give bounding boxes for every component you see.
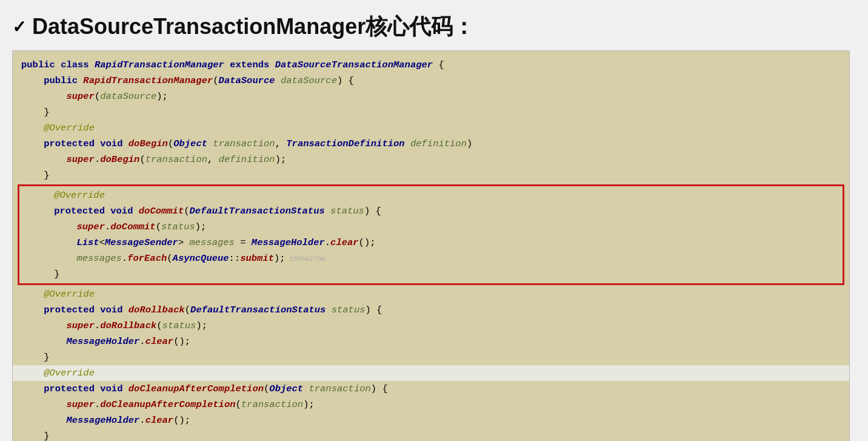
code-line-12: List<MessageSender> messages = MessageHo… xyxy=(23,235,839,251)
code-block: public class RapidTransactionManager ext… xyxy=(12,50,850,441)
code-line-8: } xyxy=(13,167,849,183)
code-line-14: } xyxy=(23,266,839,282)
code-line-23: MessageHolder.clear(); xyxy=(13,412,849,428)
code-line-11: super.doCommit(status); xyxy=(23,219,839,235)
page-container: ✓ DataSourceTransactionManager核心代码： publ… xyxy=(0,0,868,441)
code-line-22: super.doCleanupAfterCompletion(transacti… xyxy=(13,397,849,412)
code-line-18: MessageHolder.clear(); xyxy=(13,334,849,349)
code-line-16: protected void doRollback(DefaultTransac… xyxy=(13,302,849,318)
code-line-13: messages.forEach(AsyncQueue::submit); 16… xyxy=(23,251,839,266)
code-line-21: protected void doCleanupAfterCompletion(… xyxy=(13,381,849,397)
code-line-24: } xyxy=(13,428,849,441)
code-line-1: public class RapidTransactionManager ext… xyxy=(13,57,849,73)
code-line-17: super.doRollback(status); xyxy=(13,318,849,334)
code-line-9: @Override xyxy=(23,187,839,203)
code-line-10: protected void doCommit(DefaultTransacti… xyxy=(23,203,839,219)
code-line-5: @Override xyxy=(13,120,849,136)
checkmark-icon: ✓ xyxy=(12,17,26,37)
page-title: DataSourceTransactionManager核心代码： xyxy=(32,12,475,42)
code-line-3: super(dataSource); xyxy=(13,89,849,104)
highlighted-code-box: @Override protected void doCommit(Defaul… xyxy=(18,184,844,285)
code-line-7: super.doBegin(transaction, definition); xyxy=(13,152,849,167)
code-line-19: } xyxy=(13,349,849,365)
title-row: ✓ DataSourceTransactionManager核心代码： xyxy=(12,12,850,42)
code-line-15: @Override xyxy=(13,286,849,302)
code-line-4: } xyxy=(13,104,849,120)
code-line-20: @Override xyxy=(13,365,849,381)
code-line-6: protected void doBegin(Object transactio… xyxy=(13,136,849,152)
code-line-2: public RapidTransactionManager(DataSourc… xyxy=(13,73,849,89)
